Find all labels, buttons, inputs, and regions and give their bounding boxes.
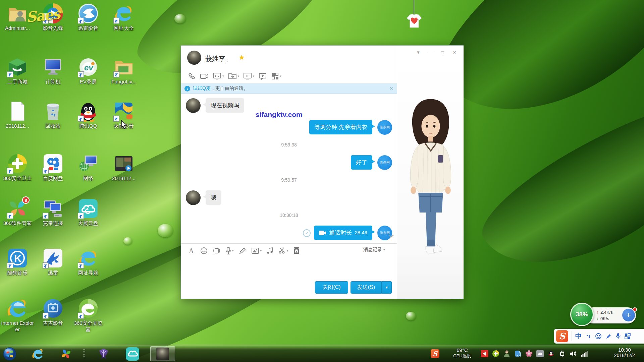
apps-grid-button[interactable]: ▾ xyxy=(271,72,282,80)
skin-menu-icon[interactable]: ▾ xyxy=(414,48,423,56)
font-button[interactable]: A xyxy=(188,247,195,254)
desktop-icon-label: 360安全浏览器 xyxy=(71,320,105,333)
keyboard-grid-icon[interactable] xyxy=(624,333,631,340)
invite-chat-button[interactable] xyxy=(259,72,267,80)
desktop-icon-ie[interactable]: 网址大全 xyxy=(107,3,141,32)
message-input[interactable] xyxy=(181,257,397,281)
notification-close-icon[interactable]: ✕ xyxy=(389,85,393,92)
desktop-icon-network[interactable]: 网络 xyxy=(71,153,105,182)
chevron-down-icon[interactable]: ▾ xyxy=(238,74,239,78)
send-button[interactable]: 发送(S) xyxy=(351,281,382,294)
desktop-icon-recycle-bin[interactable]: 回收站 xyxy=(36,101,70,129)
peer-avatar[interactable] xyxy=(187,51,201,65)
chevron-down-icon[interactable]: ▾ xyxy=(253,74,255,78)
taskbar-ie-button[interactable] xyxy=(31,347,45,361)
emoji-button[interactable] xyxy=(200,247,208,254)
handwrite-input-icon[interactable] xyxy=(605,333,612,340)
desktop-icon-tianyi-cloud[interactable]: 天翼云盘 xyxy=(71,198,105,227)
close-icon[interactable]: × xyxy=(450,48,459,56)
desktop-icon-green-mall[interactable]: 二手商城 xyxy=(1,56,34,85)
tray-signal-icon[interactable] xyxy=(581,350,588,357)
voice-call-button[interactable] xyxy=(188,72,196,80)
memory-ball[interactable]: 38% xyxy=(570,303,594,326)
taskbar-cloud-drive-button[interactable] xyxy=(125,347,140,361)
peer-avatar[interactable] xyxy=(186,98,201,113)
qq-show-avatar-girl[interactable] xyxy=(400,94,462,262)
tianyi-cloud-icon xyxy=(77,198,99,219)
emoji-input-icon[interactable] xyxy=(595,333,602,340)
taskbar-clock[interactable]: 10:30 2018/12/2 xyxy=(606,347,643,358)
desktop-icon-broadband[interactable]: 宽带连接 xyxy=(36,198,70,227)
desktop-icon-kugou[interactable]: K酷狗音乐 xyxy=(1,247,34,276)
taskbar-media-player-button[interactable] xyxy=(97,347,111,361)
sogou-logo-icon[interactable]: S xyxy=(556,330,568,342)
tray-cloud-gray-icon[interactable] xyxy=(536,350,544,357)
desktop-icon-jiji[interactable]: 吉吉影音 xyxy=(36,298,70,326)
close-button[interactable]: 关闭(C) xyxy=(315,281,348,294)
red-packet-button[interactable]: ¥ xyxy=(293,247,300,254)
chinese-mode-toggle[interactable]: 中 xyxy=(575,332,582,341)
music-button[interactable] xyxy=(267,247,273,254)
tray-assistant-icon[interactable] xyxy=(503,350,511,357)
image-button[interactable]: ▾ xyxy=(251,247,262,254)
scroll-to-bottom-icon[interactable] xyxy=(388,234,394,239)
chevron-down-icon[interactable]: ▾ xyxy=(222,74,224,78)
desktop-icon-folder[interactable]: FungoLiv... xyxy=(107,56,141,85)
video-call-button[interactable] xyxy=(200,72,209,80)
chevron-down-icon[interactable]: ▾ xyxy=(232,249,234,252)
chevron-down-icon[interactable]: ▾ xyxy=(260,249,262,252)
minimize-icon[interactable]: — xyxy=(426,48,435,56)
voice-input-icon[interactable] xyxy=(616,333,621,340)
tray-power-plug-icon[interactable] xyxy=(558,350,566,357)
desktop-icon-xunlei-player[interactable]: 迅雷影音 xyxy=(71,3,105,32)
taskbar-sogou-pinwheel-button[interactable] xyxy=(59,347,73,361)
punctuation-icon[interactable] xyxy=(585,333,591,340)
tray-flower-app-icon[interactable] xyxy=(525,350,533,357)
sogou-tray-icon[interactable]: S xyxy=(431,349,439,358)
message-history-button[interactable]: 消息记录 ▾ xyxy=(363,247,385,253)
screen-record-button[interactable]: ▾ xyxy=(213,72,224,80)
self-avatar[interactable]: 借条网 xyxy=(377,120,392,135)
voice-message-button[interactable]: ▾ xyxy=(226,247,234,254)
alert-dot xyxy=(633,307,637,312)
desktop-icon-label: 迅雷 xyxy=(36,270,70,276)
tray-volume-icon[interactable] xyxy=(570,350,577,357)
tray-broadcast-icon[interactable] xyxy=(481,350,488,357)
desktop-icon-safe360[interactable]: 360安全卫士 xyxy=(1,153,34,182)
desktop-icon-browser360[interactable]: 360安全浏览器 xyxy=(71,298,105,333)
tray-qq-tray-icon[interactable] xyxy=(547,350,555,357)
window-shake-button[interactable] xyxy=(213,247,221,254)
taskbar-start-button[interactable] xyxy=(3,347,17,361)
maximize-icon[interactable]: □ xyxy=(438,48,447,56)
desktop-icon-computer[interactable]: 计算机 xyxy=(36,56,70,85)
desktop-icon-video-file[interactable]: 2018112... xyxy=(107,153,141,182)
desktop-icon-label: 2018112... xyxy=(1,123,34,129)
handwrite-button[interactable] xyxy=(239,247,246,254)
notification-link[interactable]: 试试Q麦 xyxy=(193,85,211,92)
desktop-icon-document[interactable]: 2018112... xyxy=(1,101,34,129)
self-avatar[interactable]: 借条网 xyxy=(377,155,392,170)
send-file-button[interactable]: ▾ xyxy=(228,72,239,80)
desktop-icon-ie-big[interactable]: Internet Explorer xyxy=(1,298,34,333)
shirt-widget[interactable] xyxy=(405,0,425,29)
desktop-icon-manager360[interactable]: 8360软件管家 xyxy=(1,198,34,227)
tray-phone-app-icon[interactable] xyxy=(514,350,522,357)
peer-avatar[interactable] xyxy=(186,190,201,205)
chevron-down-icon[interactable]: ▾ xyxy=(287,249,288,252)
chevron-down-icon[interactable]: ▾ xyxy=(280,74,282,78)
cpu-temp-widget[interactable]: 69°C CPU温度 xyxy=(446,347,478,359)
taskbar-active-chat[interactable] xyxy=(150,346,175,361)
tray-ball360-icon[interactable] xyxy=(492,350,499,357)
remote-desktop-button[interactable]: ▾ xyxy=(243,72,255,80)
call-record-bubble[interactable]: 通话时长28:49 xyxy=(314,226,372,240)
chat-titlebar[interactable]: 莪姓李、 ★ xyxy=(181,46,397,70)
desktop-icon-ie[interactable]: 网址导航 xyxy=(71,247,105,276)
toolbar-handle[interactable] xyxy=(83,349,85,359)
send-options-dropdown[interactable]: ▼ xyxy=(382,281,392,294)
chat-peer-name: 莪姓李、 xyxy=(205,54,232,63)
desktop-icon-ev-record[interactable]: evEV录屏 xyxy=(71,56,105,85)
desktop-icon-qq[interactable]: 腾讯QQ xyxy=(71,101,105,129)
screenshot-button[interactable]: ▾ xyxy=(278,247,288,254)
desktop-icon-baidu-pan[interactable]: 百度网盘 xyxy=(36,153,70,182)
desktop-icon-xunlei[interactable]: 迅雷 xyxy=(36,247,70,276)
